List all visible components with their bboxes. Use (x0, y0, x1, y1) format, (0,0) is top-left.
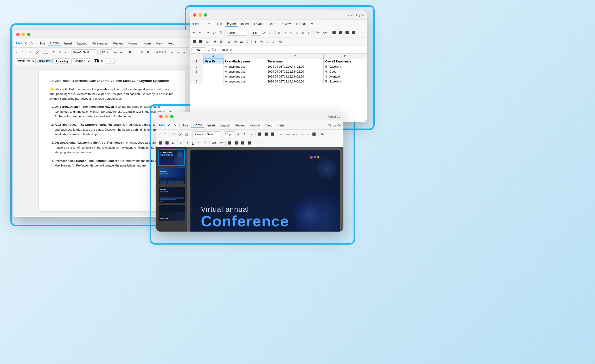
imp-format-paint[interactable]: 🖌 (178, 132, 183, 136)
menu-form[interactable]: Form (141, 41, 153, 46)
cell-c5[interactable]: 2024-04-08T19:14:14+02:00 (266, 79, 324, 84)
cut-button[interactable]: ✂ (29, 50, 34, 54)
imp-paste[interactable]: 📋 (184, 132, 189, 136)
imp-tb2-1[interactable]: ⬛ (158, 141, 163, 145)
cell-a3[interactable] (203, 69, 223, 74)
calc-menu-insert[interactable]: Insert (239, 22, 251, 26)
calc-edit[interactable]: ✎ (206, 22, 212, 26)
impress-size-selector[interactable] (224, 131, 235, 137)
impress-menu-file[interactable]: File (181, 123, 190, 128)
impress-menu-layout[interactable]: Layout (218, 123, 232, 128)
calc-menu-layout[interactable]: Layout (252, 22, 266, 26)
impress-menu-home[interactable]: Home (191, 123, 204, 128)
menu-references[interactable]: References (90, 41, 110, 46)
imp-italic[interactable]: I (185, 141, 190, 145)
impress-menu-help[interactable]: Help (275, 123, 286, 128)
calc-sort-desc[interactable]: ↓Z (239, 40, 244, 44)
italic-button[interactable]: I (133, 50, 139, 54)
calc-percent[interactable]: % (259, 40, 264, 44)
imp-insert-field[interactable]: + (249, 132, 254, 136)
calc-italic[interactable]: I (283, 31, 288, 35)
menu-insert[interactable]: Insert (62, 41, 74, 46)
cell-d4[interactable]: 3 - Average (324, 74, 367, 79)
subscript-button[interactable]: x₂ (63, 50, 69, 54)
slide-thumb-3[interactable]: Hello & Welcome 700+ (158, 186, 185, 203)
cell-b5[interactable]: Anonymous user (223, 79, 266, 84)
calc-tb2-1[interactable]: ⬛ (191, 39, 197, 44)
col-header-d[interactable]: D (324, 54, 367, 59)
imp-align-right2[interactable]: ⬛ (240, 141, 246, 145)
calc-font-size-down[interactable]: A↓ (268, 31, 274, 35)
calc-align-left[interactable]: ⬛ (331, 30, 337, 35)
calc-strikethrough[interactable]: S (295, 31, 300, 35)
slide-thumb-4[interactable]: Welcome (158, 205, 185, 222)
calc-borders[interactable]: ⊞ (213, 39, 218, 44)
calc-align-center[interactable]: ⬛ (338, 30, 343, 35)
writer-check-icon[interactable]: ✓ (23, 41, 28, 46)
cell-b3[interactable]: Anonymous user (223, 69, 266, 74)
imp-size-down[interactable]: A↓ (242, 132, 248, 136)
cell-d1[interactable]: Overall Experience (324, 59, 367, 64)
imp-underline[interactable]: U (191, 141, 196, 145)
cell-c4[interactable]: 2024-04-08T19:13:18+02:00 (266, 74, 324, 79)
paste-button[interactable]: 📋Paste (41, 49, 49, 55)
menu-view[interactable]: View (154, 41, 165, 46)
imp-tb2-at[interactable]: At (171, 141, 176, 145)
imp-tb2-2[interactable]: ⬛ (164, 141, 170, 145)
menu-file[interactable]: File (38, 41, 47, 46)
superscript-button[interactable]: x² (57, 50, 63, 54)
style-body-text[interactable]: Body Text (37, 59, 53, 63)
cell-d3[interactable]: 4 - Good (324, 69, 367, 74)
imp-shadow[interactable]: S̈ (203, 141, 208, 145)
imp-align-bot[interactable]: ⬛ (270, 132, 276, 136)
calc-close[interactable] (193, 13, 196, 17)
impress-edit[interactable]: ✎ (172, 123, 178, 127)
format-paint-button[interactable]: 🖌 (35, 50, 40, 54)
calc-dec-up[interactable]: .0↑ (271, 40, 277, 44)
writer-edit-icon[interactable]: ✎ (29, 41, 35, 46)
calc-redo[interactable]: ↪ (197, 30, 203, 35)
menu-help[interactable]: Help (166, 41, 176, 46)
cell-a5[interactable] (203, 79, 223, 84)
impress-check[interactable]: ✓ (166, 123, 171, 127)
bold-button[interactable]: B (127, 50, 133, 54)
redo-button[interactable]: ↪ (21, 50, 26, 54)
strikethrough-button[interactable]: S (52, 50, 57, 55)
imp-te[interactable]: Te (320, 132, 325, 136)
align-left[interactable]: ≡ (170, 50, 175, 54)
cell-c2[interactable]: 2024-04-08T19:07:44+02:00 (266, 64, 324, 69)
calc-comma[interactable]: , (265, 40, 270, 44)
impress-font-selector[interactable] (192, 131, 221, 137)
calc-underline[interactable]: U (289, 31, 294, 35)
style-title[interactable]: Title (92, 58, 105, 64)
calc-check[interactable]: ✓ (200, 22, 205, 26)
font-size-down[interactable]: A↓ (119, 50, 125, 54)
imp-cut[interactable]: ✂ (172, 132, 177, 136)
cell-b4[interactable]: Anonymous user (223, 74, 266, 79)
menu-home[interactable]: Home (48, 41, 61, 46)
imp-font-color[interactable]: A▾ (218, 141, 224, 145)
imp-list-more[interactable]: ⬛ (311, 132, 317, 136)
imp-align-mid[interactable]: ⬛ (263, 132, 269, 136)
style-selector-default[interactable]: Default Par (15, 58, 36, 64)
menu-layout[interactable]: Layout (75, 41, 89, 46)
maximize-button[interactable] (27, 33, 30, 36)
calc-highlight-color[interactable]: A (315, 31, 321, 35)
calc-sort-asc[interactable]: ↑A (233, 40, 238, 44)
calc-tb2-2[interactable]: ⬛ (198, 39, 204, 44)
imp-align-top[interactable]: ⬛ (257, 132, 263, 136)
impress-minimize[interactable] (165, 115, 168, 118)
impress-menu-view[interactable]: View (263, 123, 274, 128)
impress-close[interactable] (159, 115, 163, 118)
strikethrough2-button[interactable]: S (145, 50, 151, 54)
imp-align-just2[interactable]: ⬛ (246, 141, 252, 145)
imp-list-tab-up[interactable]: ↑≡ (299, 132, 304, 136)
align-right[interactable]: ≡ (182, 50, 187, 54)
calc-minimize[interactable] (199, 13, 202, 17)
calc-menu-file[interactable]: File (215, 22, 224, 26)
align-center[interactable]: ≡ (176, 50, 181, 54)
calc-size-selector[interactable] (250, 30, 261, 36)
calc-align-justify[interactable]: ⬛ (351, 30, 356, 35)
imp-bold[interactable]: B (179, 141, 184, 145)
close-button[interactable] (16, 33, 20, 36)
